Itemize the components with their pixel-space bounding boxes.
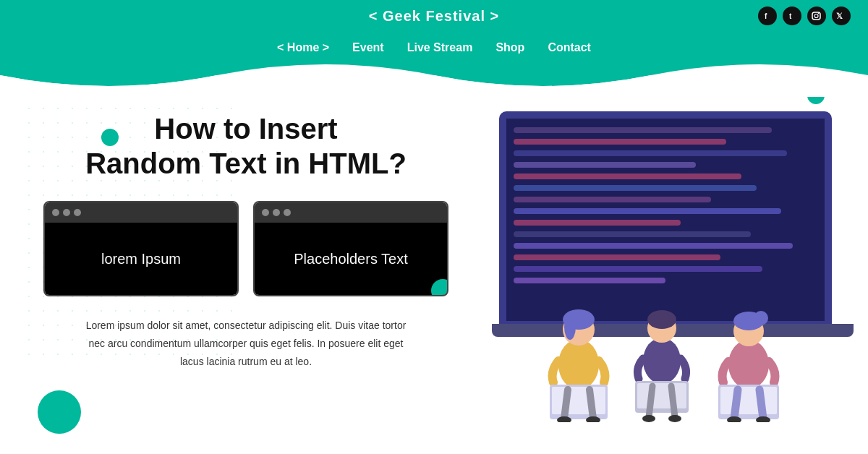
code-line <box>514 254 720 260</box>
header-bar: < Geek Festival > f t 𝕏 <box>0 0 868 32</box>
svg-point-4 <box>818 13 820 14</box>
svg-point-21 <box>728 340 769 389</box>
svg-point-19 <box>642 415 655 422</box>
box1-header <box>45 202 237 223</box>
svg-point-20 <box>668 415 681 422</box>
code-line <box>514 231 751 237</box>
nav-item-shop[interactable]: Shop <box>495 41 524 54</box>
nav-item-event[interactable]: Event <box>352 41 384 54</box>
code-line <box>514 127 772 133</box>
code-line <box>514 197 711 202</box>
svg-text:t: t <box>789 12 792 20</box>
box1-label: lorem Ipsum <box>101 251 181 267</box>
code-line <box>514 174 741 179</box>
code-line <box>514 162 696 168</box>
svg-rect-18 <box>637 383 686 408</box>
dot4 <box>262 209 269 216</box>
nav-item-home[interactable]: < Home > <box>277 41 329 54</box>
code-line <box>514 139 726 145</box>
code-line <box>514 185 757 191</box>
box2-body: Placeholders Text <box>255 223 447 295</box>
left-section: How to Insert Random Text in HTML? lorem… <box>43 111 448 372</box>
tumblr-icon[interactable]: t <box>783 7 801 25</box>
instagram-icon[interactable] <box>807 7 826 25</box>
svg-rect-2 <box>812 12 820 20</box>
dot1 <box>52 209 59 216</box>
nav-item-livestream[interactable]: Live Stream <box>407 41 473 54</box>
code-line <box>514 243 793 249</box>
svg-point-16 <box>647 310 676 329</box>
code-line <box>514 208 781 214</box>
placeholders-box: Placeholders Text <box>253 201 448 296</box>
svg-point-24 <box>754 311 768 325</box>
description-text: Lorem ipsum dolor sit amet, consectetur … <box>80 317 412 372</box>
svg-text:𝕏: 𝕏 <box>836 12 843 20</box>
box1-body: lorem Ipsum <box>45 223 237 295</box>
lorem-ipsum-box: lorem Ipsum <box>43 201 239 296</box>
twitter-icon[interactable]: 𝕏 <box>832 7 851 25</box>
nav-bar: < Home > Event Live Stream Shop Contact <box>0 32 868 64</box>
nav-item-contact[interactable]: Contact <box>548 41 591 54</box>
svg-point-9 <box>564 314 576 340</box>
main-content: How to Insert Random Text in HTML? lorem… <box>0 90 868 415</box>
main-title: How to Insert Random Text in HTML? <box>43 111 448 181</box>
dot3 <box>74 209 81 216</box>
right-section <box>463 111 868 415</box>
svg-text:f: f <box>765 12 767 20</box>
code-line <box>514 266 762 272</box>
laptop-illustration <box>492 111 839 415</box>
dot5 <box>273 209 280 216</box>
dot6 <box>284 209 291 216</box>
svg-point-3 <box>814 14 818 18</box>
site-title: < Geek Festival > <box>369 8 499 25</box>
code-line <box>514 220 681 226</box>
svg-rect-26 <box>720 387 777 414</box>
social-icons-group: f t 𝕏 <box>758 7 851 25</box>
code-boxes: lorem Ipsum Placeholders Text <box>43 201 448 296</box>
teal-circle-box <box>431 279 448 296</box>
svg-rect-11 <box>552 387 605 414</box>
facebook-icon[interactable]: f <box>758 7 777 25</box>
dot2 <box>63 209 70 216</box>
svg-point-6 <box>558 339 599 390</box>
nav-wave-container: < Home > Event Live Stream Shop Contact <box>0 32 868 75</box>
box2-header <box>255 202 447 223</box>
people-illustration <box>528 278 803 422</box>
code-line <box>514 150 787 156</box>
box2-label: Placeholders Text <box>294 251 408 267</box>
svg-point-14 <box>643 338 681 384</box>
